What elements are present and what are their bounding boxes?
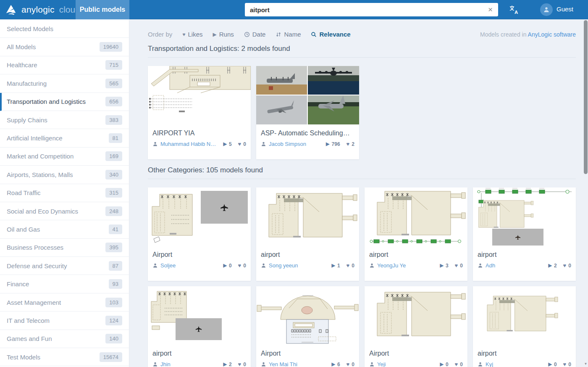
model-card[interactable]: AirportYeji▶0♥0 bbox=[365, 286, 467, 367]
count-badge: 103 bbox=[105, 298, 122, 307]
model-thumbnail[interactable] bbox=[148, 66, 251, 124]
model-title[interactable]: AIRPORT YIA bbox=[152, 129, 246, 137]
model-thumbnail[interactable] bbox=[148, 286, 251, 345]
model-card[interactable]: airportJhin▶2♥0 bbox=[148, 286, 251, 367]
sidebar-item-it-and-telecom[interactable]: IT and Telecom124 bbox=[0, 312, 129, 330]
likes-count[interactable]: ♥0 bbox=[238, 262, 246, 269]
model-author-link[interactable]: Yeji bbox=[369, 361, 436, 367]
sidebar-item-oil-and-gas[interactable]: Oil and Gas41 bbox=[0, 220, 129, 238]
model-thumbnail[interactable] bbox=[365, 187, 467, 246]
sidebar-item-market-and-competition[interactable]: Market and Competition169 bbox=[0, 148, 129, 166]
sidebar-item-test-models[interactable]: Test Models15674 bbox=[0, 348, 129, 366]
sidebar-item-asset-management[interactable]: Asset Management103 bbox=[0, 293, 129, 312]
scrollbar-down-icon[interactable]: ▼ bbox=[583, 362, 588, 366]
order-option-likes[interactable]: ♥Likes bbox=[182, 31, 202, 38]
svg-text:A: A bbox=[514, 10, 518, 15]
model-card[interactable]: airportYeongJu Ye▶3♥0 bbox=[365, 187, 467, 281]
brand-logo[interactable]: anylogic cloud bbox=[5, 0, 80, 19]
sidebar-item-business-processes[interactable]: Business Processes395 bbox=[0, 239, 129, 257]
model-author-link[interactable]: Muhammad Habib Nur Kho… bbox=[152, 141, 219, 147]
clock-icon bbox=[244, 32, 250, 37]
likes-count[interactable]: ♥0 bbox=[346, 262, 354, 269]
count-badge: 248 bbox=[105, 206, 122, 216]
anylogic-logo-icon bbox=[5, 3, 18, 16]
model-author-link[interactable]: Jhin bbox=[152, 361, 219, 367]
runs-count: ▶5 bbox=[223, 141, 231, 147]
likes-count[interactable]: ♥0 bbox=[238, 141, 246, 147]
model-thumbnail[interactable] bbox=[148, 187, 251, 246]
model-stats: ▶5♥0 bbox=[223, 141, 246, 147]
sidebar-item-healthcare[interactable]: Healthcare715 bbox=[0, 56, 129, 74]
sidebar-item-road-traffic[interactable]: Road Traffic315 bbox=[0, 184, 129, 202]
likes-count[interactable]: ♥0 bbox=[346, 361, 354, 367]
model-title[interactable]: Airport bbox=[369, 350, 463, 357]
model-thumbnail[interactable] bbox=[256, 286, 359, 345]
model-thumbnail[interactable] bbox=[256, 66, 359, 124]
model-author-link[interactable]: YeongJu Ye bbox=[369, 262, 436, 269]
likes-count[interactable]: ♥0 bbox=[455, 262, 463, 269]
user-name[interactable]: Guest bbox=[556, 5, 573, 13]
sidebar-item-social-and-eco-dynamics[interactable]: Social and Eco Dynamics248 bbox=[0, 202, 129, 220]
likes-count[interactable]: ♥0 bbox=[455, 361, 463, 367]
sidebar-item-defense-and-security[interactable]: Defense and Security87 bbox=[0, 257, 129, 275]
sidebar-item-all-models[interactable]: All Models19640 bbox=[0, 38, 129, 56]
heart-icon: ♥ bbox=[455, 361, 458, 367]
model-title[interactable]: airport bbox=[369, 251, 463, 259]
model-stats: ▶796♥2 bbox=[326, 141, 354, 147]
model-author-link[interactable]: Adh bbox=[478, 262, 544, 269]
sidebar-item-airports-stations-malls[interactable]: Airports, Stations, Malls340 bbox=[0, 166, 129, 184]
model-thumbnail[interactable] bbox=[365, 286, 467, 345]
order-option-date[interactable]: Date bbox=[244, 31, 266, 38]
model-thumbnail[interactable] bbox=[473, 286, 576, 345]
likes-count[interactable]: ♥0 bbox=[238, 361, 246, 367]
anylogic-software-link[interactable]: AnyLogic software bbox=[528, 31, 576, 38]
model-card[interactable]: AirportYen Mai Thi▶6♥0 bbox=[256, 286, 359, 367]
model-card[interactable]: airportSong yeeun▶1♥0 bbox=[256, 187, 359, 281]
model-title[interactable]: airport bbox=[152, 350, 246, 357]
translate-icon[interactable]: A bbox=[509, 5, 519, 15]
scrollbar[interactable]: ▼ bbox=[583, 20, 588, 367]
order-option-runs[interactable]: ▶Runs bbox=[213, 31, 234, 38]
model-author-link[interactable]: Jacob Simpson bbox=[261, 141, 322, 147]
model-card[interactable]: airportKyj▶0♥0 bbox=[473, 286, 576, 367]
sidebar-item-finance[interactable]: Finance93 bbox=[0, 275, 129, 293]
model-title[interactable]: ASP- Automatic Scheduling… bbox=[261, 129, 354, 137]
model-card[interactable]: ASP- Automatic Scheduling…Jacob Simpson▶… bbox=[256, 66, 359, 159]
sidebar-item-artificial-intelligence[interactable]: Artificial Intelligence81 bbox=[0, 129, 129, 147]
heart-icon: ♥ bbox=[346, 361, 350, 367]
tab-public-models[interactable]: Public models bbox=[76, 0, 129, 19]
author-name: Yen Mai Thi bbox=[269, 361, 297, 367]
model-title[interactable]: airport bbox=[478, 350, 571, 357]
model-author-link[interactable]: Kyj bbox=[478, 361, 544, 367]
sidebar-item-selected-models[interactable]: Selected Models bbox=[0, 20, 129, 38]
sidebar-item-supply-chains[interactable]: Supply Chains383 bbox=[0, 111, 129, 129]
model-author-link[interactable]: Yen Mai Thi bbox=[261, 361, 327, 367]
model-card[interactable]: airportAdh▶2♥0 bbox=[473, 187, 576, 281]
likes-count[interactable]: ♥2 bbox=[346, 141, 354, 147]
model-author-link[interactable]: Song yeeun bbox=[261, 262, 327, 269]
count-badge: 169 bbox=[105, 151, 122, 161]
model-title[interactable]: Airport bbox=[261, 350, 354, 357]
model-thumbnail[interactable] bbox=[256, 187, 359, 246]
heart-icon: ♥ bbox=[182, 32, 185, 37]
heart-icon: ♥ bbox=[238, 141, 242, 147]
clear-search-icon[interactable]: × bbox=[483, 3, 498, 16]
model-title[interactable]: airport bbox=[261, 251, 354, 259]
order-option-name[interactable]: Name bbox=[276, 31, 301, 38]
model-card[interactable]: AirportSoljee▶0♥0 bbox=[148, 187, 251, 281]
model-thumbnail[interactable] bbox=[473, 187, 576, 246]
sidebar-item-manufacturing[interactable]: Manufacturing565 bbox=[0, 74, 129, 92]
model-author-link[interactable]: Soljee bbox=[152, 262, 219, 269]
search-input[interactable] bbox=[245, 6, 483, 13]
scrollbar-thumb[interactable] bbox=[584, 20, 588, 174]
model-title[interactable]: Airport bbox=[152, 251, 246, 259]
model-card[interactable]: AIRPORT YIAMuhammad Habib Nur Kho…▶5♥0 bbox=[148, 66, 251, 159]
sidebar-item-transportation-and-logistics[interactable]: Transportation and Logistics656 bbox=[0, 93, 129, 111]
likes-count[interactable]: ♥0 bbox=[563, 361, 571, 367]
order-option-relevance[interactable]: Relevance bbox=[311, 31, 350, 38]
sidebar-item-games-and-fun[interactable]: Games and Fun140 bbox=[0, 330, 129, 348]
model-title[interactable]: airport bbox=[478, 251, 571, 259]
runs-count: ▶2 bbox=[548, 262, 556, 269]
likes-count[interactable]: ♥0 bbox=[563, 262, 571, 269]
avatar[interactable] bbox=[540, 3, 553, 16]
